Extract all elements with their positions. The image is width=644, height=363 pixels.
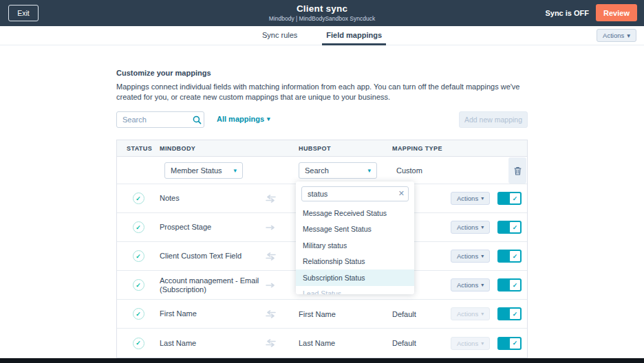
page-actions-label: Actions [603,32,624,39]
dropdown-option[interactable]: Lead Status [296,286,414,295]
row-actions-button[interactable]: Actions▾ [451,278,490,292]
row-sync-toggle[interactable]: ✓ [497,337,522,350]
toggle-knob: ✓ [509,308,521,320]
filter-label: All mappings [217,115,264,123]
mindbody-field-label: First Name [160,309,265,318]
dropdown-option-highlighted[interactable]: Subscription Status [296,270,414,286]
two-way-sync-icon [265,195,299,203]
clear-search-icon[interactable]: ✕ [398,189,405,198]
row-actions-button[interactable]: Actions▾ [451,221,490,234]
one-way-sync-icon [265,223,299,232]
mapping-type-value: Custom [396,166,422,175]
status-check-icon: ✓ [133,250,144,262]
row-sync-toggle[interactable]: ✓ [497,278,522,292]
one-way-sync-icon [265,281,299,289]
column-header-hubspot: Hubspot [299,145,392,152]
hubspot-field-label: First Name [299,310,392,318]
tab-field-mappings[interactable]: Field mappings [322,26,386,45]
row-sync-toggle[interactable]: ✓ [497,250,522,263]
chevron-down-icon: ▾ [481,224,484,230]
chevron-down-icon: ▾ [267,116,270,122]
top-bar: Exit Client sync Mindbody | MindBodySand… [0,0,644,26]
row-actions-button[interactable]: Actions▾ [451,250,490,263]
two-way-sync-icon [265,310,299,318]
section-heading: Customize your mappings [116,69,211,77]
row-sync-toggle[interactable]: ✓ [497,192,522,205]
mindbody-field-label: Last Name [160,339,265,348]
column-header-status: Status [117,145,160,152]
search-icon [190,116,204,124]
chevron-down-icon: ▾ [481,195,484,201]
dropdown-option[interactable]: Message Sent Status [296,221,414,238]
chevron-down-icon: ▾ [481,253,484,259]
mindbody-field-label: Prospect Stage [160,223,265,232]
row-actions-button: Actions▾ [451,337,490,350]
toggle-knob: ✓ [509,250,521,262]
mindbody-field-label: Account management - Email (Subscription… [160,276,265,294]
dropdown-search-input[interactable] [301,186,409,201]
bottom-edge-bar [0,358,644,363]
hubspot-field-select[interactable]: Search ▾ [299,162,377,179]
mindbody-select-value: Member Status [171,166,222,175]
row-actions-button[interactable]: Actions▾ [451,192,490,205]
add-new-mapping-button[interactable]: Add new mapping [459,111,528,128]
status-check-icon: ✓ [133,279,144,291]
mapping-type-label: Default [392,310,451,318]
chevron-down-icon: ▾ [627,32,630,39]
hubspot-select-value: Search [305,166,329,175]
hubspot-field-label: Last Name [299,339,392,347]
dropdown-option[interactable]: Message Received Status [296,205,414,221]
all-mappings-filter[interactable]: All mappings ▾ [217,115,270,123]
mappings-search-field [116,111,204,128]
row-actions-button: Actions▾ [451,307,490,320]
mapping-type-label: Default [392,339,451,347]
new-mapping-edit-row: Member Status ▾ Search ▾ Custom [117,157,527,184]
hubspot-field-dropdown-panel: ✕ Message Received Status Message Sent S… [296,182,414,294]
chevron-down-icon: ▾ [481,340,484,346]
two-way-sync-icon [265,252,299,261]
client-sync-page: Exit Client sync Mindbody | MindBodySand… [0,0,644,363]
row-sync-toggle[interactable]: ✓ [497,221,522,234]
chevron-down-icon: ▾ [481,311,484,317]
chevron-down-icon: ▾ [367,167,371,174]
status-check-icon: ✓ [133,308,144,320]
status-check-icon: ✓ [133,221,144,233]
chevron-down-icon: ▾ [481,282,484,288]
section-description: Mappings connect individual fields with … [116,82,529,102]
toggle-knob: ✓ [509,192,521,204]
table-row: ✓ First Name First Name Default Actions▾… [117,300,527,329]
table-row: ✓ Last Name Last Name Default Actions▾ ✓ [117,329,527,358]
column-header-mindbody: Mindbody [160,145,299,152]
dropdown-option[interactable]: Military status [296,237,414,254]
search-input[interactable] [117,116,190,124]
chevron-down-icon: ▾ [233,167,237,174]
delete-mapping-button[interactable] [508,157,526,184]
status-check-icon: ✓ [133,192,144,204]
mindbody-field-label: Notes [160,194,265,203]
column-header-mapping-type: Mapping type [392,145,527,152]
tabs-bar: Sync rules Field mappings Actions ▾ [0,26,644,45]
status-check-icon: ✓ [133,338,144,349]
toggle-knob: ✓ [509,338,521,349]
sync-status-label: Sync is OFF [545,9,589,17]
toggle-knob: ✓ [509,221,521,233]
tab-sync-rules[interactable]: Sync rules [258,26,301,45]
mindbody-field-select[interactable]: Member Status ▾ [164,162,243,179]
row-sync-toggle[interactable]: ✓ [497,307,522,320]
toggle-knob: ✓ [509,279,521,291]
dropdown-option[interactable]: Relationship Status [296,254,414,270]
page-actions-button[interactable]: Actions ▾ [597,29,636,42]
two-way-sync-icon [265,339,299,347]
review-button[interactable]: Review [596,4,637,21]
mindbody-field-label: Client Custom Text Field [160,252,265,261]
trash-icon [514,166,522,175]
table-header-row: Status Mindbody Hubspot Mapping type [117,140,527,157]
